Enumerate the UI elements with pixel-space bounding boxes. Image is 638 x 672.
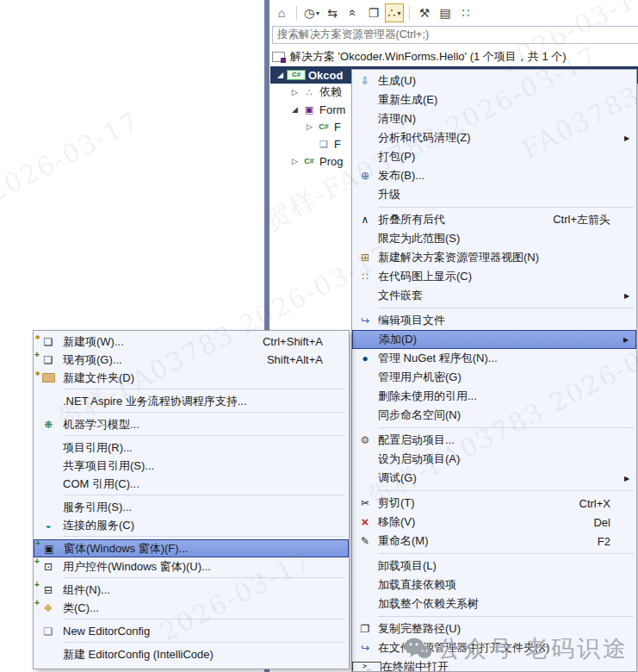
- tree-item-label: Prog: [319, 155, 343, 168]
- sync-with-active-document-icon: ⇆: [327, 6, 338, 20]
- component-icon: ⊟: [34, 584, 63, 596]
- gear-icon: ⚙: [352, 434, 378, 446]
- submenu-arrow-icon: ▶: [623, 336, 635, 344]
- tree-expander-icon[interactable]: ▷: [288, 157, 301, 165]
- menu-item-set-as-startup[interactable]: 设为启动项目(A): [352, 450, 636, 469]
- menu-shortcut: Ctrl+X: [579, 497, 624, 510]
- separator: [63, 435, 345, 436]
- menu-item-publish[interactable]: ⊕ 发布(B)...: [352, 166, 636, 185]
- submenu-item-new-folder[interactable]: 新建文件夹(D): [34, 369, 349, 387]
- tree-item-label: Form: [319, 103, 345, 116]
- search-input[interactable]: 搜索解决方案资源管理器(Ctrl+;) ▾: [272, 26, 638, 44]
- new-item-icon: ❏: [34, 336, 63, 348]
- solution-root-row[interactable]: 解决方案 'Okcoder.WinForms.Hello' (1 个项目，共 1…: [272, 48, 567, 65]
- submenu-item-new-editorconfig[interactable]: ❏ New EditorConfig: [34, 622, 349, 640]
- submenu-item-component[interactable]: ⊟ 组件(N)...: [34, 581, 349, 599]
- submenu-arrow-icon: ▶: [624, 475, 636, 482]
- tree-expander-icon[interactable]: ▷: [288, 88, 301, 96]
- show-all-files-icon: ▤: [439, 6, 450, 20]
- submenu-item-winform[interactable]: ▣ 窗体(Windows 窗体)(F)...: [34, 539, 349, 557]
- menu-item-sync-namespaces[interactable]: 同步命名空间(N): [352, 406, 636, 425]
- separator: [296, 6, 297, 20]
- menu-item-file-nesting[interactable]: 文件嵌套 ▶: [352, 286, 636, 305]
- toolbar-code-map-button[interactable]: ∷: [456, 3, 475, 22]
- submenu-item-project-reference[interactable]: 项目引用(R)...: [34, 439, 349, 457]
- menu-item-remove-unused-references[interactable]: 删除未使用的引用...: [352, 387, 636, 406]
- menu-item-analyze-cleanup[interactable]: 分析和代码清理(Z) ▶: [352, 128, 636, 147]
- screenshot-root: ⌂ ◷▾ ⇆ « ❐ ∴▾ ⚒ ▤ ∷ 搜索: [0, 0, 638, 672]
- submenu-item-ml-model[interactable]: ❋ 机器学习模型...: [34, 415, 349, 433]
- menu-item-load-direct-dependencies[interactable]: 加载直接依赖项: [352, 576, 636, 594]
- cut-scissors-icon: ✂: [352, 497, 378, 509]
- menu-item-remove[interactable]: × 移除(V) Del: [352, 513, 636, 532]
- winforms-form-icon: ▣: [301, 104, 317, 115]
- submenu-item-existing-item[interactable]: ❏ 现有项(G)... Shift+Alt+A: [34, 351, 349, 369]
- track-active-item-icon: ∴: [388, 6, 396, 20]
- separator: [63, 389, 345, 389]
- submenu-item-com-reference[interactable]: COM 引用(C)...: [34, 475, 349, 493]
- menu-item-manage-nuget[interactable]: ● 管理 NuGet 程序包(N)...: [352, 349, 636, 368]
- toolbar-properties-button[interactable]: ⚒: [415, 3, 434, 22]
- menu-item-configure-startup[interactable]: ⚙ 配置启动项目...: [352, 431, 636, 450]
- toolbar-preview-button[interactable]: ❐: [364, 3, 383, 22]
- code-map-icon: ∷: [352, 271, 378, 283]
- submenu-item-connected-services[interactable]: ◒ 连接的服务(C): [34, 516, 349, 534]
- menu-item-edit-project-file[interactable]: ↪ 编辑项目文件: [352, 311, 636, 330]
- toolbar-sync-button[interactable]: ⇆: [323, 3, 342, 22]
- document-icon: ❏: [34, 625, 63, 638]
- submenu-item-new-item[interactable]: ❏ 新建项(W)... Ctrl+Shift+A: [34, 333, 349, 351]
- menu-item-scope-to-this[interactable]: 限定为此范围(S): [352, 229, 636, 248]
- separator: [63, 619, 345, 619]
- toolbar-pending-filter-button[interactable]: ◷▾: [302, 3, 321, 22]
- nuget-icon: ●: [352, 352, 378, 364]
- separator: [378, 308, 633, 308]
- toolbar-track-active-button[interactable]: ∴▾: [385, 3, 404, 22]
- toolbar-collapse-all-button[interactable]: «: [344, 3, 362, 22]
- dependencies-icon: ∴: [301, 87, 317, 98]
- menu-item-pack[interactable]: 打包(P): [352, 147, 636, 166]
- submenu-item-service-reference[interactable]: 服务引用(S)...: [34, 498, 349, 516]
- new-view-icon: ⊞: [352, 252, 378, 264]
- collapse-all-icon: «: [346, 9, 360, 16]
- menu-item-copy-full-path[interactable]: ❐ 复制完整路径(U): [352, 619, 636, 638]
- menu-item-load-entire-dependency-tree[interactable]: 加载整个依赖关系树: [352, 594, 636, 613]
- add-submenu: ❏ 新建项(W)... Ctrl+Shift+A ❏ 现有项(G)... Shi…: [33, 330, 350, 669]
- submenu-item-aspire-support[interactable]: .NET Aspire 业务流程协调程序支持...: [34, 392, 349, 410]
- menu-item-upgrade[interactable]: 升级: [352, 185, 636, 204]
- submenu-item-new-editorconfig-intellicode[interactable]: 新建 EditorConfig (IntelliCode): [34, 645, 349, 663]
- menu-item-manage-user-secrets[interactable]: 管理用户机密(G): [352, 368, 636, 387]
- class-icon: ❖: [34, 602, 63, 614]
- toolbar-home-button[interactable]: ⌂: [272, 3, 291, 22]
- menu-item-rebuild[interactable]: 重新生成(E): [352, 90, 636, 109]
- properties-wrench-icon: ⚒: [419, 6, 430, 20]
- toolbar-show-all-files-button[interactable]: ▤: [436, 3, 455, 22]
- menu-item-new-solution-explorer-view[interactable]: ⊞ 新建解决方案资源管理器视图(N): [352, 248, 636, 267]
- menu-item-cut[interactable]: ✂ 剪切(T) Ctrl+X: [352, 494, 636, 513]
- add-to-code-map-icon: ∷: [462, 6, 470, 20]
- separator: [409, 6, 410, 20]
- edit-project-file-icon: ↪: [352, 314, 378, 327]
- menu-item-add[interactable]: 添加(D) ▶: [352, 330, 636, 349]
- menu-item-build[interactable]: ⇩ 生成(U): [352, 72, 636, 90]
- menu-item-open-folder-in-explorer[interactable]: ↪ 在文件资源管理器中打开文件夹(X): [352, 638, 636, 657]
- menu-item-open-in-terminal[interactable]: >_ 在终端中打开: [352, 657, 636, 672]
- menu-item-unload-project[interactable]: 卸载项目(L): [352, 557, 636, 576]
- submenu-item-class[interactable]: ❖ 类(C)...: [34, 599, 349, 617]
- separator: [63, 577, 345, 578]
- remove-x-icon: ×: [352, 516, 378, 528]
- dropdown-caret-icon: ▾: [397, 9, 400, 17]
- submenu-item-user-control[interactable]: ⊡ 用户控件(Windows 窗体)(U)...: [34, 557, 349, 576]
- solution-label: 解决方案 'Okcoder.WinForms.Hello' (1 个项目，共 1…: [290, 49, 567, 65]
- tree-item-label: Okcod: [308, 69, 343, 82]
- menu-item-rename[interactable]: ✎ 重命名(M) F2: [352, 532, 636, 551]
- menu-item-clean[interactable]: 清理(N): [352, 109, 636, 128]
- submenu-item-shared-project-reference[interactable]: 共享项目引用(S)...: [34, 457, 349, 475]
- submenu-arrow-icon: ▶: [624, 292, 636, 300]
- tree-expander-icon[interactable]: ◢: [274, 71, 287, 79]
- tree-expander-icon[interactable]: ◢: [288, 105, 301, 114]
- menu-item-collapse-descendants[interactable]: ∧ 折叠所有后代 Ctrl+左箭头: [352, 210, 636, 229]
- menu-item-show-on-code-map[interactable]: ∷ 在代码图上显示(C): [352, 267, 636, 286]
- pending-changes-filter-icon: ◷: [304, 6, 314, 20]
- menu-item-debug[interactable]: 调试(G) ▶: [352, 469, 636, 488]
- tree-expander-icon[interactable]: ▷: [303, 122, 316, 131]
